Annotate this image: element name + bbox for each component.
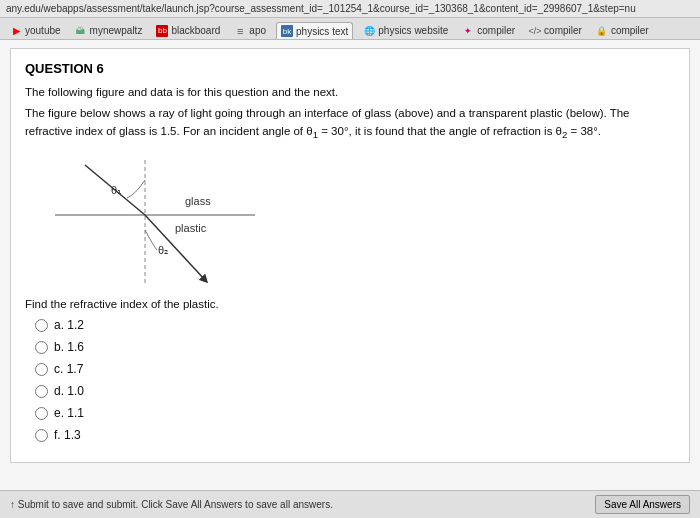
tab-compiler2[interactable]: </> compiler [525, 23, 586, 39]
radio-d[interactable] [35, 385, 48, 398]
answer-item-a: a. 1.2 [35, 318, 675, 332]
tab-mynewpaltz-label: mynewpaltz [90, 25, 143, 36]
svg-text:plastic: plastic [175, 222, 207, 234]
tab-youtube-label: youtube [25, 25, 61, 36]
answer-item-e: e. 1.1 [35, 406, 675, 420]
globe-icon: 🌐 [363, 25, 375, 37]
main-content: QUESTION 6 The following figure and data… [0, 40, 700, 506]
apo-icon: ≡ [234, 25, 246, 37]
tab-apo[interactable]: ≡ apo [230, 23, 270, 39]
answer-item-c: c. 1.7 [35, 362, 675, 376]
tab-physics-text-label: physics text [296, 26, 348, 37]
radio-a[interactable] [35, 319, 48, 332]
tab-mynewpaltz[interactable]: 🏔 mynewpaltz [71, 23, 147, 39]
intro-line1: The following figure and data is for thi… [25, 84, 675, 101]
answer-item-b: b. 1.6 [35, 340, 675, 354]
radio-b[interactable] [35, 341, 48, 354]
svg-text:θ₁: θ₁ [111, 184, 121, 196]
youtube-icon: ▶ [10, 25, 22, 37]
find-text: Find the refractive index of the plastic… [25, 298, 675, 310]
tab-compiler3-label: compiler [611, 25, 649, 36]
choice-b-label: b. [54, 340, 67, 354]
tab-bar: ▶ youtube 🏔 mynewpaltz bb blackboard ≡ a… [0, 18, 700, 40]
tab-blackboard-label: blackboard [171, 25, 220, 36]
radio-e[interactable] [35, 407, 48, 420]
tab-compiler1[interactable]: ✦ compiler [458, 23, 519, 39]
choice-f-value: 1.3 [64, 428, 81, 442]
physics-text-icon: bk [281, 25, 293, 37]
choice-b-value: 1.6 [67, 340, 84, 354]
submit-hint: ↑ Submit to save and submit. Click Save … [10, 499, 333, 510]
question-container: QUESTION 6 The following figure and data… [10, 48, 690, 463]
svg-text:θ₂: θ₂ [158, 244, 168, 256]
blackboard-icon: bb [156, 25, 168, 37]
choice-d-value: 1.0 [67, 384, 84, 398]
save-all-button[interactable]: Save All Answers [595, 495, 690, 514]
radio-c[interactable] [35, 363, 48, 376]
radio-f[interactable] [35, 429, 48, 442]
answer-choices: a. 1.2 b. 1.6 c. 1.7 d. 1.0 e. [35, 318, 675, 442]
choice-a-value: 1.2 [67, 318, 84, 332]
url-text: any.edu/webapps/assessment/take/launch.j… [6, 3, 636, 14]
bottom-bar: ↑ Submit to save and submit. Click Save … [0, 490, 700, 518]
mynewpaltz-icon: 🏔 [75, 25, 87, 37]
compiler1-icon: ✦ [462, 25, 474, 37]
tab-blackboard[interactable]: bb blackboard [152, 23, 224, 39]
question-intro: The following figure and data is for thi… [25, 84, 675, 142]
compiler3-icon: 🔒 [596, 25, 608, 37]
tab-youtube[interactable]: ▶ youtube [6, 23, 65, 39]
tab-physics-text[interactable]: bk physics text [276, 22, 353, 39]
answer-item-d: d. 1.0 [35, 384, 675, 398]
tab-compiler1-label: compiler [477, 25, 515, 36]
tab-compiler2-label: compiler [544, 25, 582, 36]
optics-diagram: θ₁ θ₂ glass plastic [45, 150, 265, 290]
choice-d-label: d. [54, 384, 67, 398]
tab-physics-website[interactable]: 🌐 physics website [359, 23, 452, 39]
tab-physics-website-label: physics website [378, 25, 448, 36]
tab-compiler3[interactable]: 🔒 compiler [592, 23, 653, 39]
choice-c-value: 1.7 [67, 362, 84, 376]
choice-e-label: e. [54, 406, 67, 420]
compiler2-icon: </> [529, 25, 541, 37]
answer-item-f: f. 1.3 [35, 428, 675, 442]
tab-apo-label: apo [249, 25, 266, 36]
choice-f-label: f. [54, 428, 64, 442]
intro-line2: The figure below shows a ray of light go… [25, 105, 675, 142]
question-number: QUESTION 6 [25, 61, 675, 76]
address-bar: any.edu/webapps/assessment/take/launch.j… [0, 0, 700, 18]
svg-text:glass: glass [185, 195, 211, 207]
diagram-area: θ₁ θ₂ glass plastic [45, 150, 675, 290]
choice-c-label: c. [54, 362, 67, 376]
choice-e-value: 1.1 [67, 406, 84, 420]
choice-a-label: a. [54, 318, 67, 332]
